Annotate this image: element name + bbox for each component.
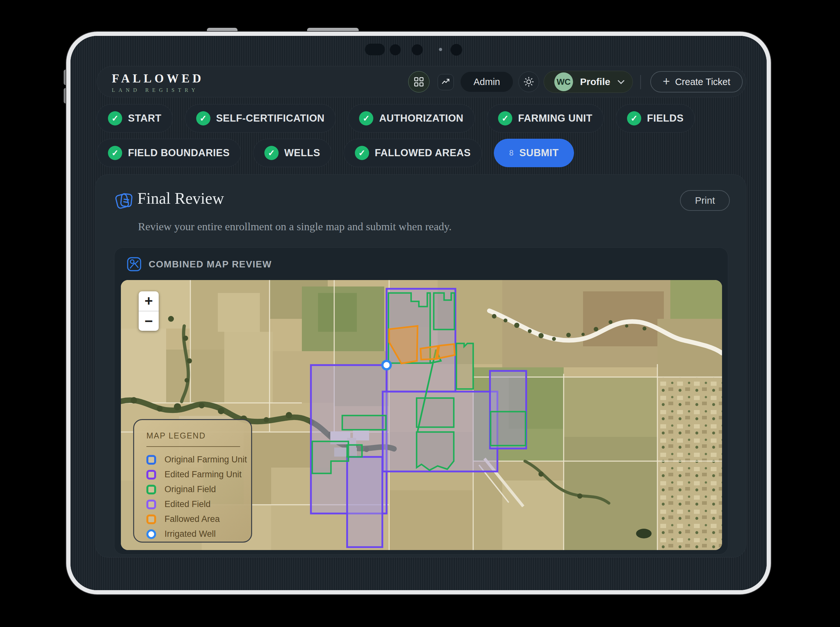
map-legend: MAP LEGEND Original Farming Unit Edited … [133,419,252,543]
header-divider [640,75,641,89]
steps-row-2: ✓ FIELD BOUNDARIES ✓ WELLS ✓ FALLOWED AR… [97,139,574,167]
check-icon: ✓ [627,111,641,126]
print-button[interactable]: Print [680,190,730,211]
step-authorization[interactable]: ✓ AUTHORIZATION [348,104,475,132]
theme-toggle-button[interactable] [518,71,539,92]
app-header: FALLOWED LAND REGISTRY [97,66,746,97]
map-viewport[interactable]: + − MAP LEGEND Original Farming Unit [121,280,722,550]
profile-menu-button[interactable]: WC Profile [544,71,633,93]
zoom-in-button[interactable]: + [138,291,159,311]
final-review-card: Final Review Print Review your entire en… [95,174,746,558]
pond [636,529,651,539]
steps-row-1: ✓ START ✓ SELF-CERTIFICATION ✓ AUTHORIZA… [97,104,695,132]
legend-item: Original Field [146,484,251,495]
legend-item: Fallowed Area [146,514,251,524]
profile-label: Profile [580,76,610,87]
fallowed-area-swatch [146,515,156,524]
brand-subtitle: LAND REGISTRY [112,87,204,93]
check-icon: ✓ [108,146,122,160]
legend-item: Irrigated Well [146,529,251,539]
legend-item: Edited Farming Unit [146,469,251,479]
edited-field-swatch [146,499,156,509]
create-ticket-button[interactable]: + Create Ticket [650,71,743,93]
tablet-frame: FALLOWED LAND REGISTRY [66,32,771,594]
legend-title: MAP LEGEND [146,431,251,440]
edited-farming-unit-swatch [146,470,156,479]
check-icon: ✓ [498,111,512,126]
check-icon: ✓ [264,146,278,160]
step-farming-unit[interactable]: ✓ FARMING UNIT [487,104,604,132]
zoom-out-button[interactable]: − [138,311,159,331]
page-subtitle: Review your entire enrollment on a singl… [138,221,451,233]
create-ticket-label: Create Ticket [675,77,730,87]
original-field-swatch [146,485,156,495]
irrigated-well-swatch [146,529,156,539]
step-start[interactable]: ✓ START [97,104,173,132]
legend-divider [146,446,240,447]
step-self-certification[interactable]: ✓ SELF-CERTIFICATION [185,104,336,132]
camera-dot-1 [390,44,401,55]
check-icon: ✓ [108,111,122,126]
step-number: 8 [509,148,513,158]
step-fallowed-areas[interactable]: ✓ FALLOWED AREAS [344,139,482,167]
check-icon: ✓ [359,111,373,126]
page-background: FALLOWED LAND REGISTRY [0,0,840,627]
step-wells[interactable]: ✓ WELLS [253,139,332,167]
irrigated-well-marker [382,361,391,369]
app-screen: FALLOWED LAND REGISTRY [71,36,767,590]
map-icon [127,257,142,272]
edited-field-south [347,457,382,547]
admin-button[interactable]: Admin [461,72,513,92]
check-icon: ✓ [196,111,211,126]
camera-pill [365,44,385,55]
camera-dot-2 [412,44,423,55]
combined-map-panel: COMBINED MAP REVIEW [114,247,728,555]
admin-label: Admin [473,77,500,87]
apps-grid-icon [414,77,424,87]
activity-button[interactable] [437,74,454,90]
sensor-dot [439,48,442,51]
chevron-down-icon [618,77,624,84]
step-fields[interactable]: ✓ FIELDS [616,104,695,132]
page-title: Final Review [137,189,224,208]
legend-item: Original Farming Unit [146,455,251,465]
brand-title: FALLOWED [112,71,204,85]
check-icon: ✓ [355,146,369,160]
legend-item: Edited Field [146,499,251,509]
brand-logo: FALLOWED LAND REGISTRY [112,71,204,93]
panel-title: COMBINED MAP REVIEW [149,259,272,270]
camera-dot-3 [451,44,462,56]
avatar: WC [554,72,573,91]
trending-icon [442,78,450,86]
review-layers-icon [114,190,135,211]
original-farming-unit-swatch [146,455,156,465]
sun-icon [524,77,534,87]
step-field-boundaries[interactable]: ✓ FIELD BOUNDARIES [97,139,241,167]
map-zoom-control: + − [138,291,159,331]
step-submit[interactable]: 8 SUBMIT [494,139,574,167]
apps-grid-button[interactable] [408,71,429,93]
